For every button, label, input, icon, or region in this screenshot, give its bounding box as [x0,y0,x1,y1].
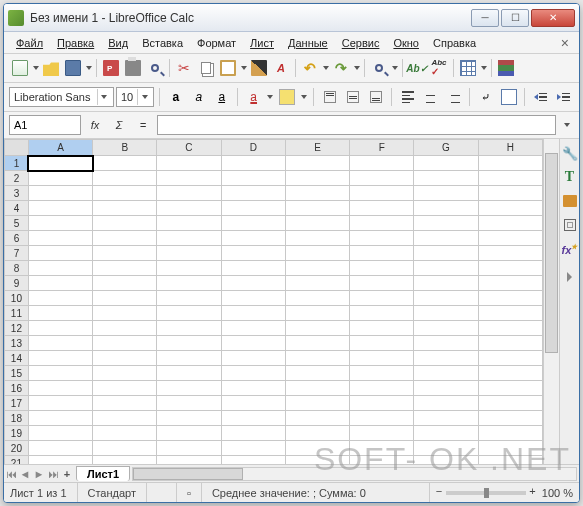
cell-G5[interactable] [414,216,478,231]
cell-C15[interactable] [157,366,221,381]
cell-G3[interactable] [414,186,478,201]
column-header-B[interactable]: B [93,140,157,156]
align-left-button[interactable] [397,86,418,108]
row-header-21[interactable]: 21 [5,456,29,465]
cell-A3[interactable] [28,186,92,201]
sidebar-settings-icon[interactable]: 🔧 [562,145,578,161]
cell-G2[interactable] [414,171,478,186]
cell-G10[interactable] [414,291,478,306]
row-column-dropdown[interactable] [479,66,488,70]
cell-D5[interactable] [221,216,285,231]
cell-B7[interactable] [93,246,157,261]
cell-A2[interactable] [28,171,92,186]
menu-help[interactable]: Справка [427,35,482,51]
cell-E7[interactable] [285,246,349,261]
cell-C2[interactable] [157,171,221,186]
row-header-8[interactable]: 8 [5,261,29,276]
menu-edit[interactable]: Правка [51,35,100,51]
column-header-F[interactable]: F [350,140,414,156]
cell-G20[interactable] [414,441,478,456]
sidebar-collapse-icon[interactable] [562,265,578,281]
cell-D1[interactable] [221,156,285,171]
cell-C6[interactable] [157,231,221,246]
cell-E10[interactable] [285,291,349,306]
select-all-corner[interactable] [5,140,29,156]
status-selection-mode[interactable]: ▫ [187,483,202,502]
cell-E14[interactable] [285,351,349,366]
row-header-10[interactable]: 10 [5,291,29,306]
cell-C1[interactable] [157,156,221,171]
cell-D3[interactable] [221,186,285,201]
row-header-11[interactable]: 11 [5,306,29,321]
save-dropdown[interactable] [84,66,93,70]
cell-B1[interactable] [93,156,157,171]
cell-C8[interactable] [157,261,221,276]
cell-D14[interactable] [221,351,285,366]
export-pdf-button[interactable] [100,57,122,79]
cell-E18[interactable] [285,411,349,426]
menu-format[interactable]: Формат [191,35,242,51]
cell-G15[interactable] [414,366,478,381]
highlight-dropdown[interactable] [300,95,309,99]
cell-H10[interactable] [478,291,542,306]
cell-H14[interactable] [478,351,542,366]
sidebar-gallery-icon[interactable] [562,193,578,209]
row-header-7[interactable]: 7 [5,246,29,261]
cell-F9[interactable] [350,276,414,291]
sidebar-navigator-icon[interactable] [562,217,578,233]
indent-decrease-button[interactable] [530,86,551,108]
cell-C16[interactable] [157,381,221,396]
clear-formatting-button[interactable]: A [270,57,292,79]
cell-C12[interactable] [157,321,221,336]
cell-F8[interactable] [350,261,414,276]
cell-B19[interactable] [93,426,157,441]
cell-F20[interactable] [350,441,414,456]
cell-H19[interactable] [478,426,542,441]
column-header-H[interactable]: H [478,140,542,156]
row-header-6[interactable]: 6 [5,231,29,246]
cell-H2[interactable] [478,171,542,186]
tab-next-button[interactable]: ► [32,468,46,480]
cell-H16[interactable] [478,381,542,396]
cell-A11[interactable] [28,306,92,321]
undo-dropdown[interactable] [321,66,330,70]
cell-G19[interactable] [414,426,478,441]
cell-A12[interactable] [28,321,92,336]
cell-D16[interactable] [221,381,285,396]
cell-B20[interactable] [93,441,157,456]
cell-H3[interactable] [478,186,542,201]
row-header-14[interactable]: 14 [5,351,29,366]
status-page-style[interactable]: Стандарт [88,483,148,502]
cell-G21[interactable] [414,456,478,465]
cell-B8[interactable] [93,261,157,276]
cell-E20[interactable] [285,441,349,456]
cell-H11[interactable] [478,306,542,321]
status-insert-mode[interactable] [157,483,177,502]
cell-H21[interactable] [478,456,542,465]
font-color-button[interactable]: a [243,86,264,108]
row-header-3[interactable]: 3 [5,186,29,201]
auto-spellcheck-button[interactable] [428,57,450,79]
name-box[interactable]: A1 [9,115,81,135]
cell-A18[interactable] [28,411,92,426]
font-size-combo[interactable]: 10 [116,87,154,107]
cell-H13[interactable] [478,336,542,351]
cell-B6[interactable] [93,231,157,246]
cell-C3[interactable] [157,186,221,201]
cell-E4[interactable] [285,201,349,216]
cell-A14[interactable] [28,351,92,366]
cell-C19[interactable] [157,426,221,441]
cell-D10[interactable] [221,291,285,306]
cell-G13[interactable] [414,336,478,351]
sheet-tab-1[interactable]: Лист1 [76,466,130,481]
cell-F3[interactable] [350,186,414,201]
undo-button[interactable]: ↶ [299,57,321,79]
column-header-A[interactable]: A [28,140,92,156]
cell-A6[interactable] [28,231,92,246]
cell-E13[interactable] [285,336,349,351]
menu-data[interactable]: Данные [282,35,334,51]
cell-D6[interactable] [221,231,285,246]
expand-formula-bar[interactable] [560,115,574,135]
function-wizard-button[interactable]: fx [85,115,105,135]
cell-E19[interactable] [285,426,349,441]
